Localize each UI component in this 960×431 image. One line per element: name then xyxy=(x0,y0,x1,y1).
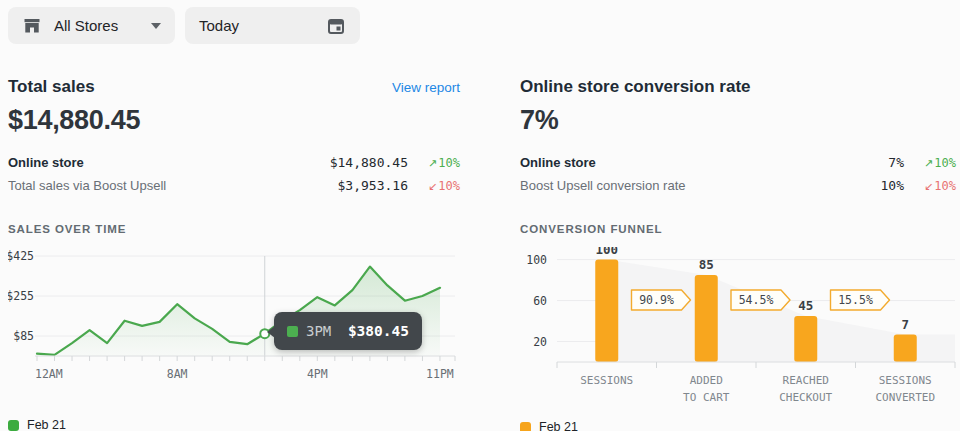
metric-row-boost-rate: Boost Upsell conversion rate 10% ↙10% xyxy=(520,174,956,197)
svg-text:54.5%: 54.5% xyxy=(739,293,774,307)
conversion-funnel-chart-wrap: 20601001008545790.9%54.5%15.5%SESSIONSAD… xyxy=(520,247,956,413)
svg-text:90.9%: 90.9% xyxy=(639,293,674,307)
sales-legend: Feb 21 xyxy=(8,418,460,431)
trend-up-icon: ↗ xyxy=(924,157,933,170)
metric-value: 10% xyxy=(881,178,904,193)
total-sales-panel: Total sales View report $14,880.45 Onlin… xyxy=(8,77,460,431)
metric-label: Online store xyxy=(8,155,330,170)
metric-value: 7% xyxy=(888,155,904,170)
svg-text:SESSIONS: SESSIONS xyxy=(879,374,932,387)
svg-text:15.5%: 15.5% xyxy=(838,293,873,307)
tooltip-time: 3PM xyxy=(306,323,331,339)
svg-text:12AM: 12AM xyxy=(35,367,63,381)
date-selector-label: Today xyxy=(199,17,239,34)
svg-text:$85: $85 xyxy=(13,329,34,343)
date-selector-button[interactable]: Today xyxy=(185,7,360,44)
storefront-icon xyxy=(22,16,42,36)
view-report-link[interactable]: View report xyxy=(392,80,460,95)
svg-text:CONVERTED: CONVERTED xyxy=(875,391,935,404)
metric-row-boost-upsell: Total sales via Boost Upsell $3,953.16 ↙… xyxy=(8,174,460,197)
svg-text:45: 45 xyxy=(798,298,813,313)
svg-text:$255: $255 xyxy=(8,289,34,303)
svg-text:REACHED: REACHED xyxy=(783,374,829,387)
svg-text:ADDED: ADDED xyxy=(690,374,723,387)
store-selector-button[interactable]: All Stores xyxy=(8,7,175,44)
metric-label: Total sales via Boost Upsell xyxy=(8,178,338,193)
total-sales-title: Total sales xyxy=(8,77,95,97)
svg-text:60: 60 xyxy=(533,294,547,308)
svg-text:8AM: 8AM xyxy=(167,367,188,381)
conversion-metrics: Online store 7% ↗10% Boost Upsell conver… xyxy=(520,151,956,197)
sales-over-time-heading: SALES OVER TIME xyxy=(8,223,460,235)
trend-down-icon: ↙ xyxy=(924,180,933,193)
svg-text:SESSIONS: SESSIONS xyxy=(580,374,633,387)
legend-swatch xyxy=(8,420,19,431)
conversion-value: 7% xyxy=(520,105,956,136)
svg-text:7: 7 xyxy=(901,317,909,332)
metric-row-online-store: Online store $14,880.45 ↗10% xyxy=(8,151,460,174)
total-sales-metrics: Online store $14,880.45 ↗10% Total sales… xyxy=(8,151,460,197)
conversion-title: Online store conversion rate xyxy=(520,77,751,97)
svg-text:4PM: 4PM xyxy=(307,367,328,381)
metric-value: $3,953.16 xyxy=(338,178,408,193)
delta-badge: ↙10% xyxy=(904,179,956,193)
total-sales-value: $14,880.45 xyxy=(8,105,460,136)
delta-badge: ↗10% xyxy=(408,156,460,170)
funnel-legend: Feb 21 xyxy=(520,420,956,431)
sales-over-time-chart-wrap: $85$255$42512AM8AM4PM11PM 3PM $380.45 xyxy=(8,247,460,391)
metric-value: $14,880.45 xyxy=(330,155,408,170)
legend-label: Feb 21 xyxy=(539,420,578,431)
delta-badge: ↗10% xyxy=(904,156,956,170)
conversion-funnel-chart[interactable]: 20601001008545790.9%54.5%15.5%SESSIONSAD… xyxy=(520,247,960,409)
svg-text:85: 85 xyxy=(699,257,714,272)
legend-swatch xyxy=(520,422,531,431)
svg-text:100: 100 xyxy=(595,247,618,257)
trend-down-icon: ↙ xyxy=(428,180,437,193)
svg-text:CHECKOUT: CHECKOUT xyxy=(779,391,832,404)
tooltip-value: $380.45 xyxy=(348,323,409,339)
svg-text:100: 100 xyxy=(526,253,547,267)
tooltip-series-swatch xyxy=(287,326,298,337)
toolbar: All Stores Today xyxy=(8,7,360,44)
conversion-panel: Online store conversion rate 7% Online s… xyxy=(520,77,956,431)
legend-label: Feb 21 xyxy=(27,418,66,431)
svg-text:20: 20 xyxy=(533,335,547,349)
svg-text:TO CART: TO CART xyxy=(683,391,730,404)
chart-tooltip: 3PM $380.45 xyxy=(274,312,422,350)
calendar-icon xyxy=(326,16,346,36)
metric-label: Online store xyxy=(520,155,888,170)
chevron-down-icon xyxy=(151,23,161,29)
metric-row-online-store-rate: Online store 7% ↗10% xyxy=(520,151,956,174)
delta-badge: ↙10% xyxy=(408,179,460,193)
metric-label: Boost Upsell conversion rate xyxy=(520,178,881,193)
conversion-funnel-heading: CONVERSION FUNNEL xyxy=(520,223,956,235)
store-selector-label: All Stores xyxy=(54,17,118,34)
svg-text:11PM: 11PM xyxy=(426,367,454,381)
trend-up-icon: ↗ xyxy=(428,157,437,170)
svg-text:$425: $425 xyxy=(8,249,34,263)
